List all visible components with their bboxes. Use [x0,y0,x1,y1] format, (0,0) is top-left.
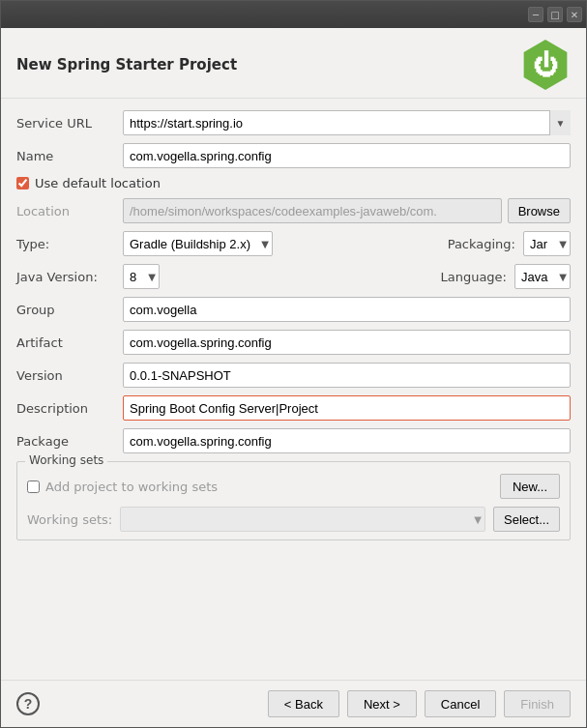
description-label: Description [16,401,123,416]
packaging-col: Packaging: Jar ▼ [298,231,572,256]
dialog-header: New Spring Starter Project ⏻ [1,28,586,99]
type-select-wrapper: Gradle (Buildship 2.x) ▼ [123,231,273,256]
select-working-set-button[interactable]: Select... [493,507,560,532]
group-input[interactable] [123,297,571,322]
version-input[interactable] [123,363,571,388]
working-sets-select-row: Working sets: ▼ Select... [27,507,560,532]
version-row: Version [16,363,571,388]
description-row: Description [16,395,571,421]
dialog-window: ─ □ ✕ New Spring Starter Project ⏻ Servi… [0,0,587,728]
service-url-label: Service URL [16,116,123,131]
working-sets-legend: Working sets [25,453,107,467]
footer-left: ? [16,692,40,715]
help-button[interactable]: ? [16,692,40,715]
finish-button[interactable]: Finish [504,690,571,717]
location-row: Location Browse [16,198,571,223]
location-input[interactable] [123,198,502,223]
new-working-set-button[interactable]: New... [500,474,560,499]
use-default-location-checkbox[interactable] [16,177,29,189]
back-button[interactable]: < Back [268,690,339,717]
java-version-select[interactable]: 8 [123,264,160,289]
next-button[interactable]: Next > [347,690,417,717]
language-select[interactable]: Java [514,264,571,289]
language-select-wrapper: Java ▼ [514,264,571,289]
working-sets-group: Working sets Add project to working sets… [16,461,571,540]
add-working-sets-label[interactable]: Add project to working sets [27,480,218,494]
use-default-location-label[interactable]: Use default location [35,176,161,190]
minimize-button[interactable]: ─ [528,7,543,22]
type-select[interactable]: Gradle (Buildship 2.x) [123,231,273,256]
type-packaging-row: Type: Gradle (Buildship 2.x) ▼ Packaging… [16,231,571,256]
add-working-sets-row: Add project to working sets New... [27,474,560,499]
close-button[interactable]: ✕ [567,7,582,22]
java-version-label: Java Version: [16,270,123,284]
titlebar: ─ □ ✕ [1,1,586,28]
name-label: Name [16,149,123,163]
spring-logo-icon: ⏻ [533,50,558,79]
dialog-footer: ? < Back Next > Cancel Finish [1,680,586,727]
dialog-body: Service URL ▼ Name Use default location … [1,99,586,680]
location-label: Location [16,204,123,218]
artifact-row: Artifact [16,330,571,355]
packaging-label: Packaging: [446,237,523,251]
working-sets-select-wrapper: ▼ [120,507,485,532]
service-url-input[interactable] [123,110,571,135]
maximize-button[interactable]: □ [547,7,563,22]
artifact-label: Artifact [16,335,123,350]
java-language-row: Java Version: 8 ▼ Language: Java ▼ [16,264,571,289]
type-label: Type: [16,237,123,251]
service-url-wrapper: ▼ [123,110,571,135]
language-label: Language: [437,270,514,284]
working-sets-inner: Add project to working sets New... Worki… [27,474,560,532]
service-url-dropdown-button[interactable]: ▼ [549,110,571,135]
java-version-col: Java Version: 8 ▼ [16,264,290,289]
description-input[interactable] [123,395,571,421]
name-row: Name [16,143,571,168]
spring-logo: ⏻ [520,40,571,90]
titlebar-buttons: ─ □ ✕ [528,7,582,22]
packaging-select-wrapper: Jar ▼ [523,231,571,256]
add-working-sets-text: Add project to working sets [45,480,218,494]
package-label: Package [16,434,123,449]
type-col: Type: Gradle (Buildship 2.x) ▼ [16,231,290,256]
add-working-sets-checkbox[interactable] [27,480,40,493]
use-default-location-row: Use default location [16,176,571,190]
language-col: Language: Java ▼ [298,264,572,289]
cancel-button[interactable]: Cancel [425,690,496,717]
name-input[interactable] [123,143,571,168]
service-url-row: Service URL ▼ [16,110,571,135]
artifact-input[interactable] [123,330,571,355]
dialog-title: New Spring Starter Project [16,56,237,73]
java-version-select-wrapper: 8 ▼ [123,264,160,289]
packaging-select[interactable]: Jar [523,231,571,256]
group-label: Group [16,303,123,317]
working-sets-label: Working sets: [27,512,112,527]
package-row: Package [16,428,571,453]
version-label: Version [16,368,123,383]
group-row: Group [16,297,571,322]
footer-right: < Back Next > Cancel Finish [268,690,571,717]
working-sets-select[interactable] [120,507,485,532]
browse-button[interactable]: Browse [508,198,571,223]
package-input[interactable] [123,428,571,453]
